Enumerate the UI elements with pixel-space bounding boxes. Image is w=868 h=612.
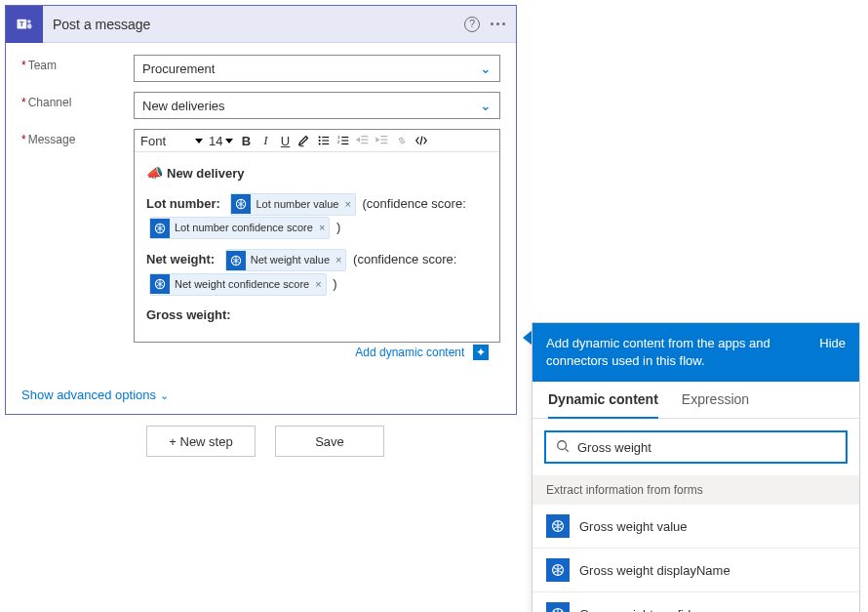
panel-intro: Add dynamic content from the apps and co… xyxy=(546,335,809,370)
svg-point-5 xyxy=(319,136,321,138)
help-icon[interactable]: ? xyxy=(459,12,485,37)
dc-item-gross-displayname[interactable]: Gross weight displayName xyxy=(533,549,859,592)
message-editor[interactable]: Font 14 B I U 12 📣New deliv xyxy=(134,129,500,343)
card-header: T Post a message ? xyxy=(6,6,516,43)
pill-remove-icon[interactable]: × xyxy=(319,218,325,238)
show-advanced-options-link[interactable]: Show advanced options⌄ xyxy=(21,388,169,402)
svg-point-7 xyxy=(319,143,321,144)
link-button[interactable] xyxy=(395,134,409,147)
pill-net-value[interactable]: Net weight value× xyxy=(225,249,347,271)
bullet-list-button[interactable] xyxy=(317,134,331,147)
pill-lot-value[interactable]: Lot number value× xyxy=(230,193,355,216)
indent-button[interactable] xyxy=(375,134,389,147)
editor-body[interactable]: 📣New delivery Lot number: Lot number val… xyxy=(135,152,499,342)
search-input[interactable] xyxy=(577,440,836,455)
search-box[interactable] xyxy=(544,430,848,464)
pill-net-conf[interactable]: Net weight confidence score× xyxy=(149,273,327,296)
teams-icon: T xyxy=(6,6,43,43)
team-dropdown[interactable]: Procurement ⌄ xyxy=(134,55,500,82)
channel-value: New deliveries xyxy=(142,99,225,113)
font-family-dropdown[interactable]: Font xyxy=(140,134,203,148)
channel-dropdown[interactable]: New deliveries ⌄ xyxy=(134,92,500,119)
font-size-dropdown[interactable]: 14 xyxy=(209,134,233,148)
svg-rect-4 xyxy=(27,23,32,28)
ai-builder-icon xyxy=(150,274,170,294)
dynamic-content-panel: Add dynamic content from the apps and co… xyxy=(532,322,860,612)
ai-builder-icon xyxy=(546,558,570,582)
ai-builder-icon xyxy=(150,219,170,238)
card-title: Post a message xyxy=(53,17,150,32)
editor-toolbar: Font 14 B I U 12 xyxy=(135,130,499,152)
new-step-button[interactable]: + New step xyxy=(146,426,256,457)
ai-builder-icon xyxy=(546,514,570,538)
svg-text:2: 2 xyxy=(337,140,340,144)
dc-item-gross-value[interactable]: Gross weight value xyxy=(533,505,859,549)
code-view-button[interactable] xyxy=(414,134,428,147)
chevron-down-icon: ⌄ xyxy=(480,98,492,113)
svg-point-6 xyxy=(319,140,321,142)
ai-builder-icon xyxy=(231,194,251,214)
highlight-button[interactable] xyxy=(297,134,311,147)
pill-remove-icon[interactable]: × xyxy=(315,274,321,295)
post-message-card: T Post a message ? *Team Procurement ⌄ *… xyxy=(5,5,517,415)
team-label: *Team xyxy=(21,55,134,72)
ai-builder-icon xyxy=(226,251,246,270)
message-label: *Message xyxy=(21,129,134,146)
section-header: Extract information from forms xyxy=(533,475,859,505)
outdent-button[interactable] xyxy=(356,134,370,147)
team-value: Procurement xyxy=(142,61,215,76)
svg-text:T: T xyxy=(20,20,24,28)
chevron-down-icon: ⌄ xyxy=(160,389,169,401)
channel-label: *Channel xyxy=(21,92,134,109)
underline-button[interactable]: U xyxy=(278,134,292,148)
pill-remove-icon[interactable]: × xyxy=(335,250,341,270)
hide-panel-link[interactable]: Hide xyxy=(819,335,846,352)
svg-point-3 xyxy=(27,20,31,23)
panel-header: Add dynamic content from the apps and co… xyxy=(533,323,859,382)
italic-button[interactable]: I xyxy=(258,133,272,148)
number-list-button[interactable]: 12 xyxy=(336,134,350,147)
save-button[interactable]: Save xyxy=(275,426,384,457)
pill-remove-icon[interactable]: × xyxy=(344,194,350,215)
svg-point-10 xyxy=(558,441,567,450)
more-icon[interactable] xyxy=(485,12,510,37)
search-icon xyxy=(556,439,570,456)
pill-lot-conf[interactable]: Lot number confidence score× xyxy=(149,217,330,239)
ai-builder-icon xyxy=(546,602,570,612)
megaphone-icon: 📣 xyxy=(146,165,163,181)
dc-item-gross-confidence[interactable]: Gross weight confidence score xyxy=(533,592,859,612)
tab-dynamic-content[interactable]: Dynamic content xyxy=(548,391,658,419)
tab-expression[interactable]: Expression xyxy=(682,391,749,418)
add-dynamic-content-link[interactable]: Add dynamic content xyxy=(355,346,464,359)
bold-button[interactable]: B xyxy=(239,134,253,148)
add-dynamic-content-button[interactable]: ✦ xyxy=(473,345,489,360)
chevron-down-icon: ⌄ xyxy=(480,61,492,76)
